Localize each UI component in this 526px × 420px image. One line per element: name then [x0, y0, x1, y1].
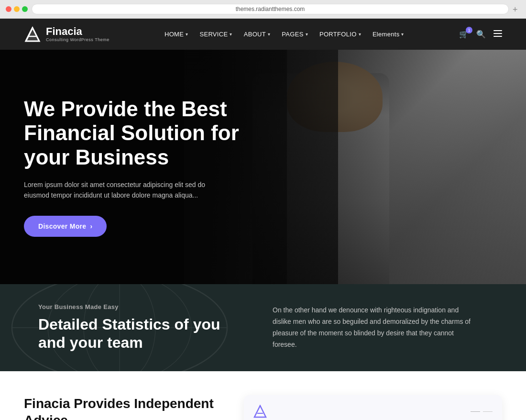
chevron-down-icon: ▾	[306, 32, 308, 37]
menu-hamburger-icon[interactable]	[493, 30, 502, 39]
logo-text: Finacia Consulting WordPress Theme	[46, 26, 110, 42]
hero-title: We Provide the Best Financial Solution f…	[24, 97, 239, 170]
hero-content: We Provide the Best Financial Solution f…	[0, 50, 263, 284]
svg-rect-6	[493, 33, 502, 34]
stats-heading-line2: and your team	[38, 334, 143, 351]
nav-item-home[interactable]: HOME ▾	[160, 28, 193, 41]
discover-more-button[interactable]: Discover More ›	[24, 216, 107, 237]
svg-marker-1	[26, 28, 39, 41]
nav-link-service[interactable]: SERVICE ▾	[195, 28, 237, 41]
nav-link-home[interactable]: HOME ▾	[160, 28, 193, 41]
bottom-section: Finacia Provides Independent Advice Base…	[0, 371, 526, 420]
stats-eyebrow: Your Business Made Easy	[38, 303, 239, 310]
stats-left: Your Business Made Easy Detailed Statist…	[0, 284, 263, 371]
hero-section: We Provide the Best Financial Solution f…	[0, 50, 526, 284]
chevron-down-icon: ▾	[401, 32, 404, 37]
chevron-down-icon: ▾	[268, 32, 270, 37]
minimize-dot[interactable]	[14, 6, 20, 12]
card-logo-icon	[253, 405, 267, 418]
card-top-row: —— ——	[253, 405, 493, 418]
chevron-down-icon: ▾	[186, 32, 188, 37]
card-stats-row: —— ——	[471, 409, 493, 414]
bottom-text: Finacia Provides Independent Advice Base…	[24, 395, 225, 420]
hero-description: Lorem ipsum dolor sit amet consectetur a…	[24, 179, 225, 201]
nav-item-elements[interactable]: Elements ▾	[368, 28, 409, 41]
stats-heading: Detailed Statistics of you and your team	[38, 315, 239, 352]
nav-link-portfolio[interactable]: PORTFOLIO ▾	[315, 28, 366, 41]
nav-item-portfolio[interactable]: PORTFOLIO ▾	[315, 28, 366, 41]
logo[interactable]: Finacia Consulting WordPress Theme	[24, 26, 110, 43]
discover-more-label: Discover More	[38, 222, 86, 230]
svg-marker-8	[254, 406, 266, 417]
maximize-dot[interactable]	[22, 6, 28, 12]
nav-item-service[interactable]: SERVICE ▾	[195, 28, 237, 41]
stats-description: On the other hand we denounce with right…	[273, 305, 473, 350]
chart-label-1: ——	[471, 409, 480, 414]
browser-chrome: themes.radiantthemes.com +	[0, 0, 526, 19]
cart-icon[interactable]: 🛒 1	[459, 30, 469, 39]
brand-name: Finacia	[46, 26, 110, 37]
logo-icon	[24, 26, 41, 43]
browser-dots	[6, 6, 28, 12]
address-bar[interactable]: themes.radiantthemes.com	[32, 4, 509, 14]
chevron-down-icon: ▾	[230, 32, 232, 37]
nav-icons: 🛒 1 🔍	[459, 30, 502, 39]
stats-right: On the other hand we denounce with right…	[263, 286, 526, 369]
new-tab-button[interactable]: +	[513, 5, 520, 13]
arrow-right-icon: ›	[90, 222, 92, 230]
svg-rect-7	[493, 36, 502, 37]
nav-link-about[interactable]: ABOUT ▾	[239, 28, 275, 41]
nav-links: HOME ▾ SERVICE ▾ ABOUT ▾ PAGES ▾	[160, 28, 409, 41]
nav-link-elements[interactable]: Elements ▾	[368, 28, 409, 41]
stats-heading-line1: Detailed Statistics of you	[38, 316, 220, 333]
close-dot[interactable]	[6, 6, 11, 12]
nav-link-pages[interactable]: PAGES ▾	[277, 28, 313, 41]
card-logo-area	[253, 405, 267, 418]
bottom-heading: Finacia Provides Independent Advice Base…	[24, 395, 225, 420]
stats-card: —— —— ▲ $ 6 523.42 Popular pc 5 348.23	[244, 395, 502, 420]
website-content: Finacia Consulting WordPress Theme HOME …	[0, 19, 526, 420]
chevron-down-icon: ▾	[359, 32, 361, 37]
svg-rect-5	[493, 30, 502, 31]
search-icon[interactable]: 🔍	[476, 30, 486, 39]
cart-badge: 1	[466, 27, 472, 33]
nav-item-about[interactable]: ABOUT ▾	[239, 28, 275, 41]
navbar: Finacia Consulting WordPress Theme HOME …	[0, 19, 526, 50]
brand-tagline: Consulting WordPress Theme	[46, 38, 110, 43]
nav-item-pages[interactable]: PAGES ▾	[277, 28, 313, 41]
stats-section: Your Business Made Easy Detailed Statist…	[0, 284, 526, 371]
chart-label-2: ——	[483, 409, 493, 414]
